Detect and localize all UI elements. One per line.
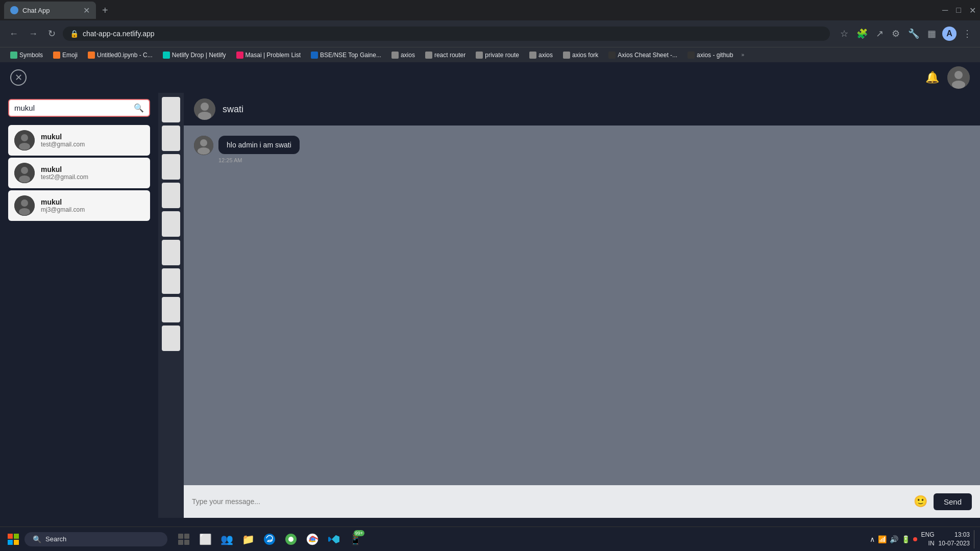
chat-slot-3[interactable] bbox=[162, 183, 180, 208]
tab-close-button[interactable]: ✕ bbox=[83, 6, 90, 15]
user-item-1[interactable]: mukul test2@gmail.com bbox=[8, 158, 150, 188]
message-avatar-svg-0 bbox=[194, 136, 213, 155]
chat-slot-0[interactable] bbox=[162, 97, 180, 122]
maximize-button[interactable]: □ bbox=[956, 6, 961, 15]
extensions-button[interactable]: 🔧 bbox=[906, 26, 921, 41]
bookmark-jupyter[interactable]: Untitled0.ipynb - C... bbox=[84, 50, 157, 60]
bookmark-axios2[interactable]: axios bbox=[525, 50, 557, 60]
bell-icon: 🔔 bbox=[925, 71, 939, 84]
profile-button[interactable]: A bbox=[942, 27, 957, 41]
bookmark-favicon bbox=[476, 52, 483, 59]
chat-header-avatar bbox=[194, 98, 215, 120]
user-list: mukul test@gmail.com mukul test2@gmail.c… bbox=[8, 125, 150, 221]
taskbar-app-badge[interactable]: 📱 99+ bbox=[345, 529, 365, 549]
taskbar-app-explorer[interactable] bbox=[174, 529, 194, 549]
reload-button[interactable]: ↻ bbox=[45, 26, 59, 41]
taskbar-app-teams[interactable]: 👥 bbox=[216, 529, 237, 549]
bookmark-symbols[interactable]: Symbols bbox=[6, 50, 47, 60]
chat-slot-1[interactable] bbox=[162, 126, 180, 151]
back-button[interactable]: ← bbox=[6, 27, 21, 41]
bookmarks-bar: Symbols Emoji Untitled0.ipynb - C... Net… bbox=[0, 47, 980, 62]
bookmark-netlify[interactable]: Netlify Drop | Netlify bbox=[159, 50, 230, 60]
svg-rect-19 bbox=[14, 534, 19, 539]
chat-slot-5[interactable] bbox=[162, 240, 180, 265]
bookmarks-more-button[interactable]: » bbox=[739, 50, 746, 60]
user-info-1: mukul test2@gmail.com bbox=[41, 165, 88, 181]
chat-slot-6[interactable] bbox=[162, 268, 180, 294]
message-input[interactable] bbox=[192, 497, 908, 506]
chat-slot-7[interactable] bbox=[162, 297, 180, 322]
browser-toolbar: ← → ↻ 🔒 chat-app-ca.netlify.app ☆ 🧩 ↗ ⚙ … bbox=[0, 20, 980, 47]
bookmark-masai[interactable]: Masai | Problem List bbox=[232, 50, 305, 60]
taskbar-app-edge[interactable] bbox=[259, 529, 280, 549]
taskbar: 🔍 Search ⬜ 👥 📁 bbox=[0, 527, 980, 551]
lang-region: ENG IN bbox=[921, 531, 935, 548]
message-text-0: hlo admin i am swati bbox=[227, 141, 291, 149]
sidebar-button[interactable]: ▦ bbox=[925, 26, 938, 41]
taskbar-app-vscode[interactable] bbox=[324, 529, 344, 549]
emoji-button[interactable]: 🙂 bbox=[914, 495, 927, 508]
chat-slot-bar bbox=[158, 93, 184, 518]
active-tab[interactable]: Chat App ✕ bbox=[4, 2, 96, 19]
minimize-button[interactable]: ─ bbox=[942, 6, 948, 15]
clock-time: 13:03 bbox=[939, 531, 970, 539]
bookmark-axios-fork[interactable]: axios fork bbox=[559, 50, 602, 60]
chat-header-avatar-svg bbox=[194, 98, 215, 120]
bookmark-bse[interactable]: BSE/NSE Top Gaine... bbox=[307, 50, 385, 60]
svg-rect-18 bbox=[8, 534, 13, 539]
bookmark-favicon bbox=[53, 52, 60, 59]
address-bar[interactable]: 🔒 chat-app-ca.netlify.app bbox=[63, 27, 830, 41]
chrome-alt-icon bbox=[285, 533, 297, 545]
message-time-0: 12:25 AM bbox=[218, 157, 970, 163]
user-email-0: test@gmail.com bbox=[41, 141, 85, 148]
taskbar-app-taskview[interactable]: ⬜ bbox=[195, 529, 215, 549]
bookmark-axios-cheat[interactable]: Axios Cheat Sheet -... bbox=[604, 50, 681, 60]
bookmark-react-router[interactable]: react router bbox=[421, 50, 470, 60]
taskview-icon bbox=[178, 533, 190, 545]
search-box[interactable]: mukul 🔍 bbox=[8, 99, 150, 117]
extension-puzzle-button[interactable]: 🧩 bbox=[854, 26, 870, 41]
user-item-2[interactable]: mukul mj3@gmail.com bbox=[8, 190, 150, 221]
show-desktop-button[interactable] bbox=[974, 530, 976, 548]
notification-button[interactable]: 🔔 bbox=[925, 71, 939, 84]
user-avatar-button[interactable] bbox=[947, 66, 970, 89]
bookmark-axios1[interactable]: axios bbox=[387, 50, 419, 60]
taskbar-app-chrome2[interactable] bbox=[302, 529, 323, 549]
close-search-button[interactable]: ✕ bbox=[10, 69, 27, 86]
bookmark-private-route[interactable]: private route bbox=[472, 50, 523, 60]
battery-icon: 🔋 bbox=[901, 535, 910, 543]
bookmark-star-button[interactable]: ☆ bbox=[838, 26, 850, 41]
new-tab-button[interactable]: + bbox=[98, 3, 112, 18]
svg-point-4 bbox=[21, 134, 28, 141]
svg-point-17 bbox=[198, 147, 210, 155]
search-input[interactable]: mukul bbox=[14, 104, 130, 112]
chat-slot-2[interactable] bbox=[162, 154, 180, 180]
url-text: chat-app-ca.netlify.app bbox=[83, 30, 155, 38]
share-button[interactable]: ↗ bbox=[874, 26, 886, 41]
chat-slot-8[interactable] bbox=[162, 325, 180, 351]
user-item-0[interactable]: mukul test@gmail.com bbox=[8, 125, 150, 156]
user-avatar-2 bbox=[14, 195, 35, 216]
menu-button[interactable]: ⋮ bbox=[961, 26, 974, 41]
chevron-up-icon[interactable]: ∧ bbox=[870, 535, 875, 543]
svg-point-28 bbox=[288, 537, 293, 542]
ssl-icon: 🔒 bbox=[70, 30, 79, 38]
taskbar-datetime[interactable]: 13:03 10-07-2023 bbox=[939, 531, 970, 548]
close-button[interactable]: ✕ bbox=[969, 6, 976, 15]
bookmark-axios-github[interactable]: axios - github bbox=[683, 50, 737, 60]
bookmark-favicon bbox=[563, 52, 570, 59]
user-email-2: mj3@gmail.com bbox=[41, 206, 85, 213]
send-button[interactable]: Send bbox=[934, 493, 972, 510]
message-bubble-0: hlo admin i am swati bbox=[218, 136, 300, 154]
taskbar-app-chrome1[interactable] bbox=[281, 529, 301, 549]
search-button[interactable]: 🔍 bbox=[134, 103, 144, 113]
taskbar-app-files[interactable]: 📁 bbox=[238, 529, 258, 549]
bookmark-favicon bbox=[88, 52, 95, 59]
bookmark-emoji[interactable]: Emoji bbox=[49, 50, 82, 60]
forward-button[interactable]: → bbox=[26, 27, 41, 41]
start-button[interactable] bbox=[4, 530, 22, 548]
header-right: 🔔 bbox=[925, 66, 970, 89]
taskbar-search-box[interactable]: 🔍 Search bbox=[24, 532, 167, 546]
chat-slot-4[interactable] bbox=[162, 211, 180, 237]
settings-button[interactable]: ⚙ bbox=[890, 26, 902, 41]
